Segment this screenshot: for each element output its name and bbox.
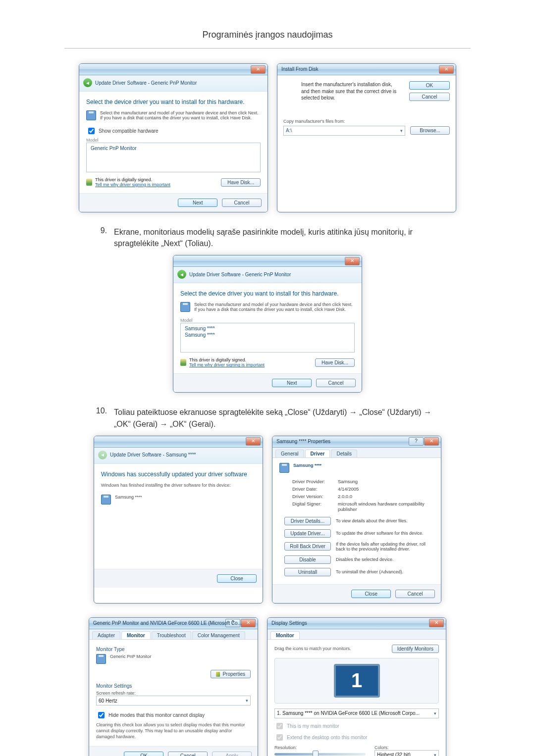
monitor-preview[interactable]: 1 (274, 658, 439, 704)
step-10-number: 10. (89, 406, 107, 415)
tab-monitor[interactable]: Monitor (270, 631, 300, 639)
signing-info-link[interactable]: Tell me why driver signing is important (95, 182, 170, 187)
tab-monitor[interactable]: Monitor (121, 631, 151, 639)
back-icon[interactable]: ◄ (83, 78, 92, 87)
dialog-title: Display Settings (271, 618, 307, 629)
hide-modes-input[interactable] (98, 712, 105, 718)
header-divider (64, 48, 471, 49)
close-icon[interactable]: ✕ (439, 65, 454, 74)
model-item[interactable]: Samsung **** (184, 325, 351, 332)
dialog-titlebar: Samsung **** Properties ? ✕ (272, 436, 441, 448)
breadcrumb-text: Update Driver Software - Generic PnP Mon… (95, 80, 197, 86)
monitor-type-label: Monitor Type (96, 647, 251, 652)
monitor-select[interactable]: 1. Samsung **** on NVIDIA GeForce 6600 L… (274, 708, 439, 718)
model-item[interactable]: Samsung **** (184, 332, 351, 338)
identify-monitors-button[interactable]: Identify Monitors (392, 645, 439, 653)
back-icon[interactable]: ◄ (177, 270, 186, 279)
tab-color[interactable]: Color Management (192, 631, 245, 639)
show-compatible-input[interactable] (88, 128, 95, 134)
shield-icon (216, 672, 220, 677)
device-name: Samsung **** (115, 495, 142, 500)
cancel-button[interactable]: Cancel (316, 379, 356, 387)
dialog-titlebar: Display Settings ✕ (268, 618, 446, 629)
update-driver-desc: To update the driver software for this d… (336, 531, 432, 536)
close-button[interactable]: Close (217, 574, 257, 583)
close-icon[interactable]: ✕ (429, 619, 444, 627)
cancel-button[interactable]: Cancel (395, 590, 435, 598)
tab-adapter[interactable]: Adapter (92, 631, 120, 639)
signed-text: This driver is digitally signed. (189, 357, 246, 362)
device-properties-dialog: Samsung **** Properties ? ✕ General Driv… (272, 436, 441, 604)
update-driver-button[interactable]: Update Driver... (284, 529, 331, 538)
show-compatible-checkbox[interactable]: Show compatible hardware (86, 126, 261, 136)
have-disk-button[interactable]: Have Disk... (315, 358, 355, 367)
resolution-slider[interactable] (274, 753, 366, 756)
close-icon[interactable]: ✕ (345, 257, 360, 265)
properties-button[interactable]: Properties (211, 670, 251, 678)
cancel-button[interactable]: Cancel (409, 93, 450, 101)
ok-button[interactable]: OK (124, 752, 163, 756)
tab-troubleshoot[interactable]: Troubleshoot (152, 631, 191, 639)
refresh-rate-select[interactable]: 60 Hertz ▾ (96, 696, 251, 706)
driver-version-value: 2.0.0.0 (338, 494, 432, 499)
close-icon[interactable]: ✕ (241, 619, 256, 627)
monitor-icon (101, 495, 111, 504)
close-icon[interactable]: ✕ (246, 437, 261, 446)
signed-text: This driver is digitally signed. (95, 177, 152, 182)
next-button[interactable]: Next (178, 199, 217, 207)
model-header: Model (180, 318, 355, 323)
uninstall-desc: To uninstall the driver (Advanced). (336, 569, 432, 574)
hint-text: Select the manufacturer and model of you… (100, 110, 261, 120)
tab-bar: General Driver Details (272, 448, 441, 458)
dialog-titlebar: ✕ (173, 255, 362, 267)
copy-from-path[interactable]: A:\ ▾ (283, 126, 405, 136)
dialog-heading: Select the device driver you want to ins… (180, 290, 355, 297)
disable-button[interactable]: Disable (284, 555, 331, 564)
cancel-button[interactable]: Cancel (168, 752, 208, 756)
colors-select[interactable]: Highest (32 bit) ▾ (374, 750, 439, 756)
copy-from-path-text: A:\ (286, 128, 292, 133)
close-icon[interactable]: ✕ (251, 65, 266, 74)
next-button[interactable]: Next (272, 379, 312, 387)
apply-button[interactable]: Apply (212, 752, 252, 756)
signing-info-link[interactable]: Tell me why driver signing is important (189, 362, 265, 367)
close-icon[interactable]: ✕ (424, 437, 439, 446)
monitor-thumbnail-1[interactable]: 1 (334, 664, 380, 698)
chevron-down-icon[interactable]: ▾ (400, 128, 403, 133)
cancel-button[interactable]: Cancel (222, 199, 262, 207)
breadcrumb: ◄ Update Driver Software - Generic PnP M… (79, 75, 268, 92)
colors-label: Colors: (374, 745, 439, 750)
uninstall-button[interactable]: Uninstall (284, 568, 331, 576)
hide-modes-checkbox[interactable]: Hide modes that this monitor cannot disp… (96, 710, 251, 720)
dialog-titlebar: ✕ (94, 436, 263, 448)
driver-details-button[interactable]: Driver Details... (284, 517, 331, 525)
tab-general[interactable]: General (275, 450, 304, 457)
breadcrumb: ◄ Update Driver Software - Samsung **** (94, 448, 263, 464)
close-button[interactable]: Close (351, 590, 391, 598)
tab-driver[interactable]: Driver (305, 450, 330, 457)
driver-date-value: 4/14/2005 (338, 486, 432, 492)
roll-back-button[interactable]: Roll Back Driver (284, 542, 331, 551)
model-list[interactable]: Samsung **** Samsung **** (180, 323, 355, 353)
help-icon[interactable]: ? (409, 437, 424, 446)
have-disk-button[interactable]: Have Disk... (221, 178, 261, 187)
browse-button[interactable]: Browse... (410, 126, 450, 135)
ifd-message: Insert the manufacturer's installation d… (301, 81, 401, 101)
back-icon: ◄ (98, 451, 107, 459)
dialog-subtext: Windows has finished installing the driv… (101, 483, 256, 488)
page-title: Programinės įrangos naudojimas (0, 15, 535, 45)
update-finished-dialog: ✕ ◄ Update Driver Software - Samsung ***… (94, 436, 263, 604)
ok-button[interactable]: OK (409, 81, 450, 90)
monitor-icon (96, 654, 106, 664)
chevron-down-icon: ▾ (434, 753, 436, 756)
refresh-rate-label: Screen refresh rate: (96, 691, 251, 696)
model-list[interactable]: Generic PnP Monitor (86, 143, 261, 172)
tab-details[interactable]: Details (331, 450, 357, 457)
show-compatible-label: Show compatible hardware (99, 128, 159, 134)
slider-thumb[interactable] (313, 751, 319, 756)
extend-desktop-input (276, 734, 283, 741)
dialog-hint: Select the manufacturer and model of you… (86, 110, 261, 120)
driver-provider-label: Driver Provider: (292, 479, 338, 484)
disable-desc: Disables the selected device. (336, 557, 432, 562)
model-item[interactable]: Generic PnP Monitor (90, 145, 257, 151)
